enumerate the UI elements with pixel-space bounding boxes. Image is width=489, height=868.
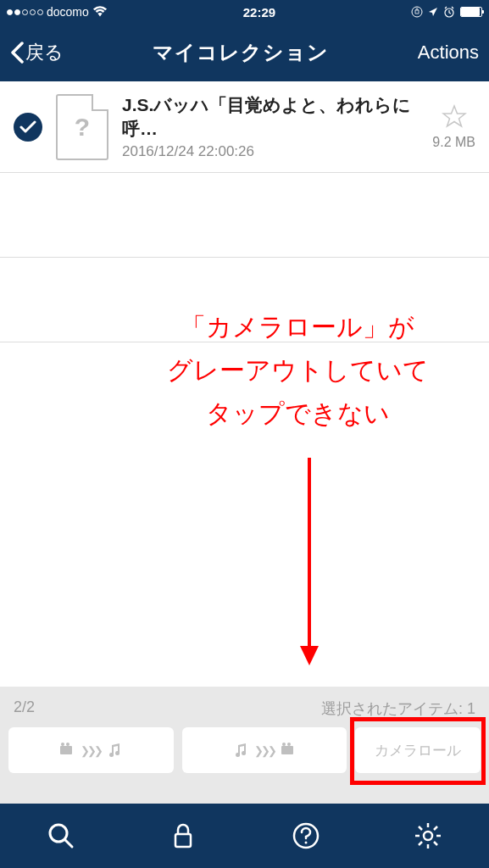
- orientation-lock-icon: [411, 6, 423, 18]
- svg-point-7: [282, 743, 286, 746]
- video-to-music-button[interactable]: ❯❯❯: [8, 727, 174, 773]
- signal-dots: [7, 9, 43, 15]
- location-icon: [428, 7, 438, 17]
- battery-icon: [460, 7, 482, 17]
- file-list: ? J.S.バッハ「目覚めよと、われらに呼… 2016/12/24 22:00:…: [0, 81, 489, 342]
- svg-rect-11: [175, 834, 191, 847]
- star-icon[interactable]: [442, 104, 467, 130]
- svg-point-14: [424, 832, 432, 840]
- alarm-icon: [443, 6, 455, 18]
- chevron-left-icon: [10, 42, 24, 64]
- lock-icon[interactable]: [169, 821, 197, 850]
- file-date: 2016/12/24 22:00:26: [122, 143, 419, 160]
- carrier-label: docomo: [47, 5, 89, 19]
- svg-point-4: [61, 743, 64, 746]
- list-item-text: J.S.バッハ「目覚めよと、われらに呼… 2016/12/24 22:00:26: [122, 93, 419, 161]
- annotation-arrow: [297, 458, 322, 670]
- video-icon: [58, 743, 75, 758]
- empty-row: [0, 173, 489, 258]
- music-icon: [106, 743, 123, 758]
- wifi-icon: [92, 6, 108, 18]
- actions-button[interactable]: Actions: [418, 42, 479, 64]
- svg-line-22: [419, 842, 422, 845]
- annotation-line2: グレーアウトしていて: [123, 348, 472, 392]
- list-item[interactable]: ? J.S.バッハ「目覚めよと、われらに呼… 2016/12/24 22:00:…: [0, 81, 489, 173]
- video-icon: [280, 743, 297, 758]
- camera-roll-button: カメラロール: [355, 727, 481, 773]
- annotation-highlight-box: [350, 717, 486, 785]
- back-button[interactable]: 戻る: [10, 40, 64, 65]
- chevron-icon: ❯❯❯: [254, 744, 275, 757]
- status-bar: docomo 22:29: [0, 0, 489, 24]
- tab-bar: [0, 804, 489, 868]
- file-title: J.S.バッハ「目覚めよと、われらに呼…: [122, 93, 419, 142]
- item-count: 2/2: [14, 698, 35, 719]
- svg-point-5: [66, 743, 69, 746]
- search-icon[interactable]: [47, 821, 75, 850]
- svg-point-8: [287, 743, 291, 746]
- back-label: 戻る: [25, 40, 64, 65]
- help-icon[interactable]: [292, 821, 320, 850]
- gear-icon[interactable]: [414, 821, 442, 850]
- chevron-icon: ❯❯❯: [81, 744, 101, 757]
- selected-count: 選択されたアイテム: 1: [321, 698, 475, 719]
- svg-line-10: [65, 840, 72, 847]
- bottom-toolbar: 2/2 選択されたアイテム: 1 ❯❯❯ ❯❯❯ カメラロール: [0, 687, 489, 804]
- status-time: 22:29: [243, 5, 275, 19]
- svg-rect-6: [281, 746, 293, 754]
- svg-line-19: [419, 826, 422, 830]
- svg-rect-3: [60, 746, 72, 754]
- music-icon: [232, 743, 249, 758]
- annotation-line1: 「カメラロール」が: [123, 305, 472, 348]
- svg-point-13: [304, 842, 307, 844]
- unknown-file-icon: ?: [56, 94, 108, 160]
- annotation-line3: タップできない: [123, 392, 472, 435]
- music-to-video-button[interactable]: ❯❯❯: [182, 727, 347, 773]
- svg-line-20: [434, 842, 437, 845]
- status-left: docomo: [7, 5, 108, 19]
- nav-bar: 戻る マイコレクション Actions: [0, 24, 489, 81]
- annotation-text: 「カメラロール」が グレーアウトしていて タップできない: [123, 305, 472, 435]
- list-item-right: 9.2 MB: [432, 104, 475, 150]
- svg-line-21: [434, 826, 437, 830]
- page-title: マイコレクション: [153, 39, 329, 66]
- checkbox-checked-icon[interactable]: [14, 113, 42, 142]
- file-size: 9.2 MB: [432, 135, 475, 150]
- status-right: [411, 6, 482, 18]
